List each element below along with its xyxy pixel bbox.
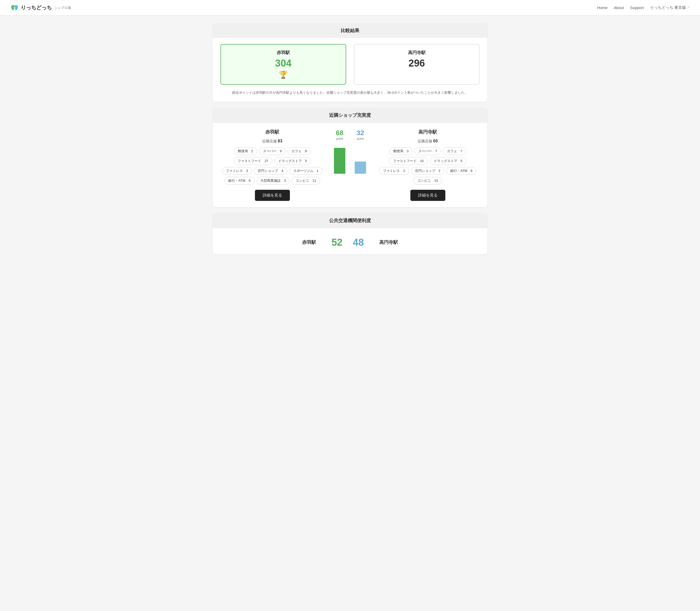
logo: りっちどっち シンプル版 <box>10 4 71 12</box>
logo-simple: シンプル版 <box>54 5 71 10</box>
nav-about[interactable]: About <box>614 5 624 10</box>
shop-left-detail-button[interactable]: 詳細を見る <box>255 190 290 201</box>
external-link-icon: ↗ <box>687 6 690 10</box>
chart-scores: 68 point 32 point <box>329 129 371 140</box>
nav-tokyo[interactable]: りっちどっち 東京版 ↗ <box>650 5 690 10</box>
transport-scores-row: 赤羽駅 52 48 高円寺駅 <box>220 237 480 248</box>
transport-right-station: 高円寺駅 <box>379 239 398 248</box>
chart-left-label: point <box>336 137 344 140</box>
tag: 百円ショップ 4 <box>254 167 287 175</box>
transport-left-name: 赤羽駅 <box>302 239 316 245</box>
transport-left-station: 赤羽駅 <box>302 239 316 248</box>
shop-two-col: 赤羽駅 近隣店舗 83 郵便局 2スーパー 9カフェ 9ファストフード 27ドラ… <box>220 129 480 201</box>
comparison-title: 比較結果 <box>213 23 487 38</box>
shop-left-neighbor-count: 近隣店舗 83 <box>220 139 324 144</box>
loser-name: 高円寺駅 <box>360 50 474 56</box>
logo-text: りっちどっち <box>21 4 52 11</box>
shop-right-detail-button[interactable]: 詳細を見る <box>410 190 445 201</box>
shop-left-col: 赤羽駅 近隣店舗 83 郵便局 2スーパー 9カフェ 9ファストフード 27ドラ… <box>220 129 324 201</box>
nav-home[interactable]: Home <box>597 5 608 10</box>
shop-left-station-name: 赤羽駅 <box>220 129 324 135</box>
shop-chart-center: 68 point 32 point <box>329 129 371 174</box>
tag: スポーツジム 1 <box>289 167 322 175</box>
comparison-inner: 赤羽駅 304 🏆 高円寺駅 296 総合ポイントは赤羽駅の方が高円寺駅よりも高… <box>213 38 487 102</box>
tag: 郵便局 2 <box>234 147 257 155</box>
chart-right-label: point <box>357 137 364 140</box>
comparison-section: 比較結果 赤羽駅 304 🏆 高円寺駅 296 総合ポイントは赤羽駅の方が高円寺… <box>213 23 487 102</box>
svg-point-2 <box>13 7 16 9</box>
main-content: 比較結果 赤羽駅 304 🏆 高円寺駅 296 総合ポイントは赤羽駅の方が高円寺… <box>207 16 493 268</box>
header: りっちどっち シンプル版 Home About Support りっちどっち 東… <box>0 0 700 16</box>
tag: ファミレス 3 <box>222 167 252 175</box>
shop-right-col: 高円寺駅 近隣店舗 65 郵便局 3スーパー 7カフェ 7ファストフード 15ド… <box>376 129 480 201</box>
shop-inner: 赤羽駅 近隣店舗 83 郵便局 2スーパー 9カフェ 9ファストフード 27ドラ… <box>213 123 487 207</box>
nav: Home About Support りっちどっち 東京版 ↗ <box>597 5 690 10</box>
winner-row: 赤羽駅 304 🏆 高円寺駅 296 <box>220 44 480 85</box>
svg-point-4 <box>15 9 17 10</box>
shop-left-tags: 郵便局 2スーパー 9カフェ 9ファストフード 27ドラッグストア 5ファミレス… <box>220 147 324 184</box>
shop-right-tags: 郵便局 3スーパー 7カフェ 7ファストフード 15ドラッグストア 5ファミレス… <box>376 147 480 184</box>
svg-point-3 <box>12 9 14 10</box>
chart-right-score: 32 <box>357 129 364 137</box>
tag: 大型商業施設 3 <box>257 177 290 184</box>
loser-score: 296 <box>360 58 474 69</box>
comparison-summary: 総合ポイントは赤羽駅の方が高円寺駅よりも高くなりました。近隣ショップ充実度の差が… <box>220 90 480 95</box>
shop-section: 近隣ショップ充実度 赤羽駅 近隣店舗 83 郵便局 2スーパー 9カフェ 9ファ… <box>213 108 487 207</box>
transport-title: 公共交通機関便利度 <box>213 213 487 228</box>
tag: コンビニ 15 <box>413 177 442 184</box>
shop-title: 近隣ショップ充実度 <box>213 108 487 122</box>
nav-support[interactable]: Support <box>630 5 644 10</box>
transport-left-score: 52 <box>332 237 342 248</box>
shop-right-neighbor-count: 近隣店舗 65 <box>376 139 480 144</box>
tag: 百円ショップ 2 <box>411 167 444 175</box>
tag: ドラッグストア 5 <box>430 157 466 165</box>
chart-bars <box>329 143 371 174</box>
winner-box: 赤羽駅 304 🏆 <box>220 44 346 85</box>
loser-box: 高円寺駅 296 <box>354 44 480 85</box>
tag: ファストフード 27 <box>234 157 272 165</box>
transport-right-score: 48 <box>353 237 364 248</box>
chart-bar-left <box>334 148 345 174</box>
tag: 銀行・ATM 9 <box>224 177 254 184</box>
shop-right-station-name: 高円寺駅 <box>376 129 480 135</box>
transport-section: 公共交通機関便利度 赤羽駅 52 48 高円寺駅 <box>213 213 487 254</box>
trophy-icon: 🏆 <box>226 71 340 79</box>
logo-icon <box>10 4 19 12</box>
chart-bar-right <box>355 162 366 174</box>
tag: ドラッグストア 5 <box>274 157 311 165</box>
transport-inner: 赤羽駅 52 48 高円寺駅 <box>213 228 487 254</box>
tag: コンビニ 11 <box>292 177 320 184</box>
winner-name: 赤羽駅 <box>226 50 340 56</box>
tag: スーパー 9 <box>259 147 286 155</box>
tag: ファストフード 15 <box>389 157 427 165</box>
transport-right-name: 高円寺駅 <box>379 239 398 245</box>
tag: 銀行・ATM 9 <box>447 167 477 175</box>
winner-score: 304 <box>226 58 340 69</box>
tag: スーパー 7 <box>414 147 441 155</box>
tag: カフェ 9 <box>288 147 311 155</box>
tag: カフェ 7 <box>443 147 466 155</box>
tag: ファミレス 2 <box>379 167 409 175</box>
tag: 郵便局 3 <box>389 147 412 155</box>
chart-left-score: 68 <box>336 129 344 137</box>
